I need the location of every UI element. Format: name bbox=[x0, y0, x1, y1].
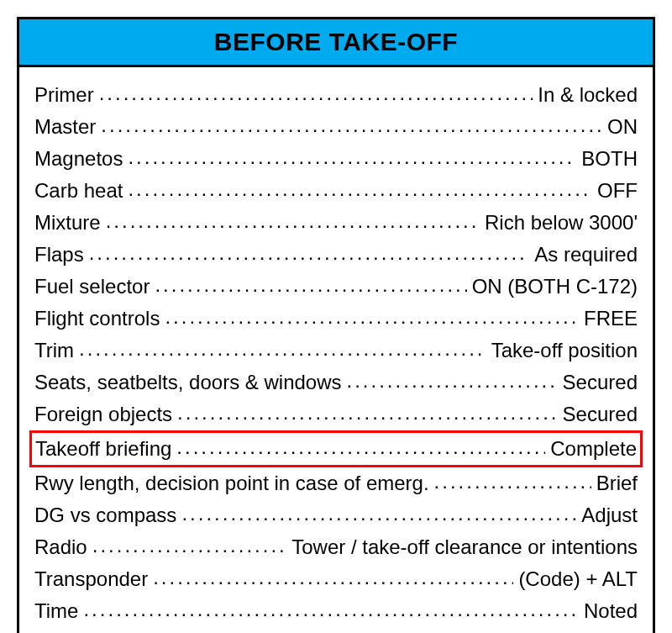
item-label: Time bbox=[34, 596, 83, 626]
item-value: OFF bbox=[592, 176, 638, 206]
leader-dots: ........................................… bbox=[101, 110, 602, 140]
checklist-row: Fuel selector...........................… bbox=[33, 271, 639, 303]
checklist-row: Rwy length, decision point in case of em… bbox=[33, 467, 639, 499]
checklist-row: Mixture.................................… bbox=[33, 207, 639, 239]
item-label: Foreign objects bbox=[34, 399, 177, 430]
item-value: Brief bbox=[591, 468, 638, 498]
item-label: Fuel selector bbox=[34, 272, 155, 302]
checklist-row: Transponder.............................… bbox=[33, 563, 639, 595]
item-label: Rwy length, decision point in case of em… bbox=[34, 468, 434, 498]
leader-dots: ........................................… bbox=[128, 142, 576, 172]
item-value: Secured bbox=[558, 367, 638, 398]
leader-dots: ........................................… bbox=[79, 334, 486, 364]
checklist-row: Seats, seatbelts, doors & windows.......… bbox=[33, 367, 639, 398]
checklist-row: Magnetos................................… bbox=[33, 143, 639, 175]
checklist-row: Time....................................… bbox=[33, 595, 639, 627]
item-label: Radio bbox=[34, 532, 92, 562]
item-value: As required bbox=[529, 240, 638, 270]
item-value: FREE bbox=[579, 303, 638, 334]
item-label: Magnetos bbox=[34, 144, 128, 174]
item-value: Secured bbox=[558, 399, 638, 430]
leader-dots: ........................................… bbox=[181, 498, 576, 529]
checklist-row: Trim....................................… bbox=[33, 335, 639, 367]
checklist-title: BEFORE TAKE-OFF bbox=[19, 28, 653, 56]
checklist-card: BEFORE TAKE-OFF Primer..................… bbox=[17, 17, 655, 633]
leader-dots: ........................................… bbox=[92, 530, 287, 561]
item-label: Takeoff briefing bbox=[35, 434, 176, 464]
item-value: (Code) + ALT bbox=[513, 564, 638, 594]
item-value: Tower / take-off clearance or intentions bbox=[286, 532, 638, 562]
item-value: Noted bbox=[579, 596, 638, 626]
item-value: BOTH bbox=[576, 144, 638, 174]
leader-dots: ........................................… bbox=[347, 366, 558, 396]
item-value: Take-off position bbox=[486, 335, 638, 366]
item-label: DG vs compass bbox=[34, 500, 181, 530]
leader-dots: ........................................… bbox=[434, 467, 591, 497]
item-label: Carb heat bbox=[34, 176, 128, 206]
item-label: Mixture bbox=[34, 208, 106, 238]
checklist-row: DG vs compass...........................… bbox=[33, 499, 639, 531]
leader-dots: ........................................… bbox=[83, 594, 579, 625]
checklist-row: Foreign objects.........................… bbox=[33, 398, 639, 430]
checklist-row: Flight controls.........................… bbox=[33, 303, 639, 335]
checklist-row: Radio...................................… bbox=[33, 531, 639, 563]
checklist-row: Carb heat...............................… bbox=[33, 175, 639, 207]
leader-dots: ........................................… bbox=[153, 562, 513, 593]
item-label: Master bbox=[34, 112, 101, 142]
item-value: Rich below 3000' bbox=[480, 208, 638, 238]
checklist-row: Master..................................… bbox=[33, 111, 639, 143]
checklist-row: Takeoff briefing........................… bbox=[29, 430, 643, 467]
checklist-row: Primer..................................… bbox=[33, 79, 639, 111]
leader-dots: ........................................… bbox=[155, 270, 466, 300]
leader-dots: ........................................… bbox=[128, 174, 592, 204]
item-label: Trim bbox=[34, 335, 79, 366]
item-value: ON (BOTH C-172) bbox=[467, 272, 638, 302]
checklist-header: BEFORE TAKE-OFF bbox=[19, 19, 653, 67]
item-label: Transponder bbox=[34, 564, 153, 594]
item-value: Complete bbox=[545, 434, 637, 464]
item-label: Seats, seatbelts, doors & windows bbox=[34, 367, 347, 398]
leader-dots: ........................................… bbox=[99, 78, 533, 108]
item-label: Flight controls bbox=[34, 303, 165, 334]
checklist-row: Flaps...................................… bbox=[33, 239, 639, 271]
checklist-body: Primer..................................… bbox=[19, 67, 653, 633]
leader-dots: ........................................… bbox=[165, 302, 579, 332]
item-value: In & locked bbox=[533, 80, 638, 110]
leader-dots: ........................................… bbox=[89, 238, 530, 268]
item-value: ON bbox=[602, 112, 638, 142]
item-label: Primer bbox=[34, 80, 99, 110]
item-label: Flaps bbox=[34, 240, 89, 270]
leader-dots: ........................................… bbox=[106, 206, 480, 236]
leader-dots: ........................................… bbox=[176, 432, 545, 462]
leader-dots: ........................................… bbox=[177, 398, 558, 428]
item-value: Adjust bbox=[576, 500, 638, 530]
